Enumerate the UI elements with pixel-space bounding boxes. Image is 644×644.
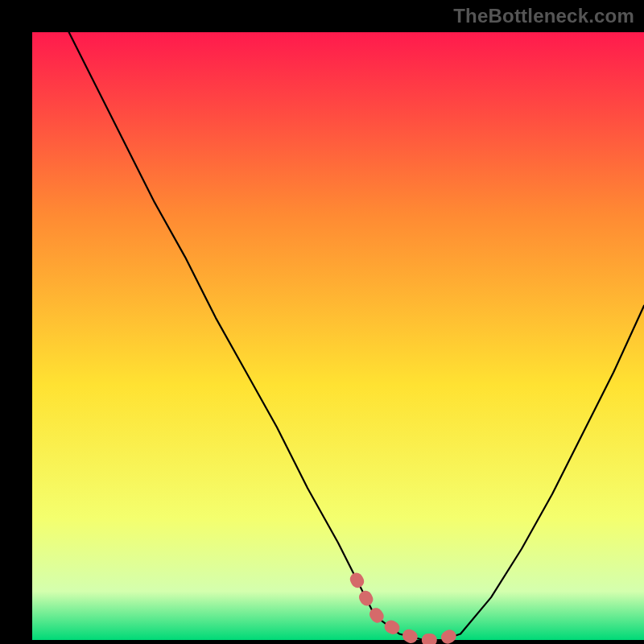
watermark-text: TheBottleneck.com (453, 5, 634, 27)
chart-canvas (0, 0, 644, 644)
chart-svg (0, 0, 644, 644)
svg-rect-1 (32, 32, 644, 640)
